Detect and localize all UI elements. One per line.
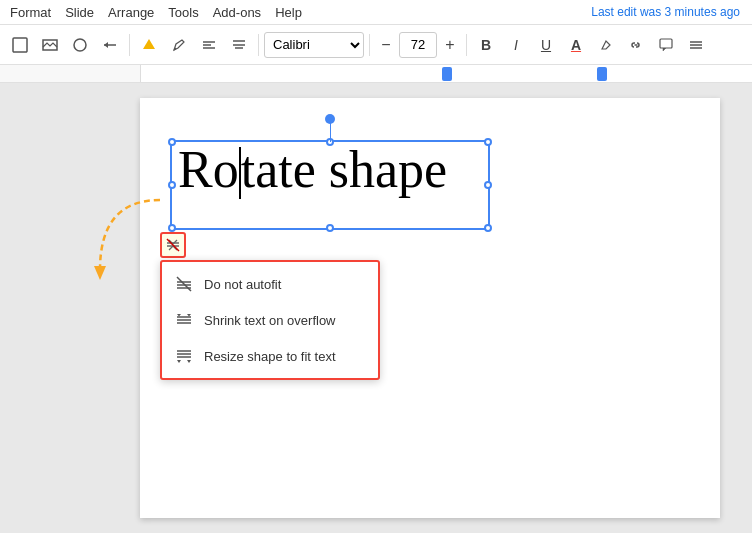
link-button[interactable] xyxy=(622,31,650,59)
svg-marker-24 xyxy=(94,266,106,280)
toolbar: Calibri − + B I U A xyxy=(0,25,752,65)
format-options-button[interactable] xyxy=(225,31,253,59)
more-options-button[interactable] xyxy=(682,31,710,59)
font-size-decrease-button[interactable]: − xyxy=(375,34,397,56)
no-autofit-icon xyxy=(174,274,194,294)
menu-help[interactable]: Help xyxy=(269,3,308,22)
ruler-handle-left[interactable] xyxy=(442,67,452,81)
circle-tool-button[interactable] xyxy=(66,31,94,59)
select-tool-button[interactable] xyxy=(6,31,34,59)
svg-rect-13 xyxy=(660,39,672,48)
svg-line-28 xyxy=(177,277,191,291)
font-select[interactable]: Calibri xyxy=(264,32,364,58)
last-edit-text: Last edit was 3 minutes ago xyxy=(591,5,748,19)
resize-shape-icon xyxy=(174,346,194,366)
menu-bar: Format Slide Arrange Tools Add-ons Help … xyxy=(0,0,752,25)
menu-slide[interactable]: Slide xyxy=(59,3,100,22)
no-autofit-label: Do not autofit xyxy=(204,277,281,292)
svg-rect-0 xyxy=(13,38,27,52)
separator-3 xyxy=(369,34,370,56)
bold-button[interactable]: B xyxy=(472,31,500,59)
image-tool-button[interactable] xyxy=(36,31,64,59)
fill-color-button[interactable] xyxy=(135,31,163,59)
svg-point-2 xyxy=(74,39,86,51)
dropdown-menu: Do not autofit Shrink text on overflow xyxy=(160,260,380,380)
menu-tools[interactable]: Tools xyxy=(162,3,204,22)
pen-tool-button[interactable] xyxy=(165,31,193,59)
handle-bot-right[interactable] xyxy=(484,224,492,232)
svg-line-23 xyxy=(167,239,179,251)
menu-arrange[interactable]: Arrange xyxy=(102,3,160,22)
menu-format[interactable]: Format xyxy=(4,3,57,22)
handle-top-right[interactable] xyxy=(484,138,492,146)
font-size-increase-button[interactable]: + xyxy=(439,34,461,56)
resize-shape-label: Resize shape to fit text xyxy=(204,349,336,364)
rotate-handle-line xyxy=(330,122,331,142)
comment-button[interactable] xyxy=(652,31,680,59)
canvas-area: Rotate shape xyxy=(0,83,752,533)
handle-top-left[interactable] xyxy=(168,138,176,146)
shrink-text-label: Shrink text on overflow xyxy=(204,313,336,328)
shrink-text-icon xyxy=(174,310,194,330)
ruler xyxy=(0,65,752,83)
align-left-button[interactable] xyxy=(195,31,223,59)
text-cursor xyxy=(239,147,241,199)
line-tool-button[interactable] xyxy=(96,31,124,59)
ruler-handle-right[interactable] xyxy=(597,67,607,81)
dashed-arrow xyxy=(80,190,170,290)
handle-bot-center[interactable] xyxy=(326,224,334,232)
separator-4 xyxy=(466,34,467,56)
italic-button[interactable]: I xyxy=(502,31,530,59)
svg-marker-33 xyxy=(187,314,191,317)
dropdown-item-resize-shape[interactable]: Resize shape to fit text xyxy=(162,338,378,374)
separator-1 xyxy=(129,34,130,56)
highlight-button[interactable] xyxy=(592,31,620,59)
text-box-container[interactable]: Rotate shape xyxy=(170,140,490,230)
handle-mid-right[interactable] xyxy=(484,181,492,189)
svg-marker-36 xyxy=(177,360,181,363)
handle-bot-left[interactable] xyxy=(168,224,176,232)
svg-marker-32 xyxy=(177,314,181,317)
menu-addons[interactable]: Add-ons xyxy=(207,3,267,22)
ruler-inner xyxy=(140,65,752,82)
svg-marker-4 xyxy=(104,42,108,48)
font-color-button[interactable]: A xyxy=(562,31,590,59)
underline-button[interactable]: U xyxy=(532,31,560,59)
font-size-input[interactable] xyxy=(399,32,437,58)
dropdown-item-no-autofit[interactable]: Do not autofit xyxy=(162,266,378,302)
autofit-button[interactable] xyxy=(160,232,186,258)
handle-mid-left[interactable] xyxy=(168,181,176,189)
dropdown-item-shrink-text[interactable]: Shrink text on overflow xyxy=(162,302,378,338)
svg-marker-37 xyxy=(187,360,191,363)
rotate-handle-dot[interactable] xyxy=(325,114,335,124)
separator-2 xyxy=(258,34,259,56)
slide[interactable]: Rotate shape xyxy=(140,98,720,518)
text-box-selection xyxy=(170,140,490,230)
